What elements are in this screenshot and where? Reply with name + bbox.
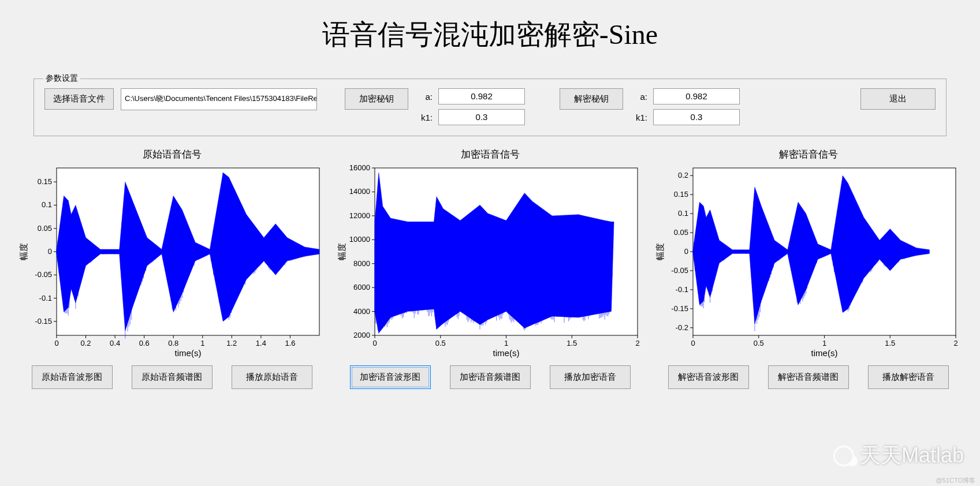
orig-waveform-button[interactable]: 原始语音波形图 <box>32 365 113 389</box>
enc-k1-label: k1: <box>415 113 433 122</box>
svg-text:1.5: 1.5 <box>567 339 577 347</box>
svg-text:0.1: 0.1 <box>42 200 52 209</box>
enc-play-button[interactable]: 播放加密语音 <box>550 365 631 389</box>
svg-text:0: 0 <box>691 339 695 347</box>
dec-k1-field[interactable]: 0.3 <box>653 109 740 125</box>
svg-text:4000: 4000 <box>353 307 370 316</box>
params-panel: 参数设置 选择语音文件 C:\Users\晓\Documents\Tencent… <box>33 78 947 136</box>
watermark: 天天Matlab <box>831 442 964 470</box>
svg-text:8000: 8000 <box>353 259 370 268</box>
svg-text:12000: 12000 <box>349 211 370 220</box>
svg-text:0.1: 0.1 <box>678 209 688 218</box>
svg-text:0: 0 <box>684 247 688 256</box>
choose-file-button[interactable]: 选择语音文件 <box>44 88 114 110</box>
enc-a-field[interactable]: 0.982 <box>438 88 525 104</box>
app-title: 语音信号混沌加密解密-Sine <box>0 0 980 61</box>
svg-text:-0.2: -0.2 <box>676 323 688 332</box>
svg-text:0.05: 0.05 <box>38 224 52 233</box>
svg-text:0.5: 0.5 <box>435 339 446 347</box>
svg-text:6000: 6000 <box>353 283 370 291</box>
svg-text:-0.15: -0.15 <box>35 317 52 326</box>
dec-play-button[interactable]: 播放解密语音 <box>868 365 949 389</box>
svg-text:0.2: 0.2 <box>81 339 91 347</box>
svg-text:1: 1 <box>200 339 204 347</box>
original-plot-panel: 原始语音信号 00.20.40.60.811.21.41.6-0.15-0.1-… <box>17 148 326 395</box>
orig-spectrum-button[interactable]: 原始语音频谱图 <box>132 365 213 389</box>
svg-text:time(s): time(s) <box>175 348 202 358</box>
svg-text:10000: 10000 <box>349 235 370 244</box>
svg-text:14000: 14000 <box>349 187 370 196</box>
svg-text:2: 2 <box>635 339 639 347</box>
svg-text:1.4: 1.4 <box>256 339 266 347</box>
svg-text:0: 0 <box>48 247 52 256</box>
exit-button[interactable]: 退出 <box>860 88 936 110</box>
enc-k1-field[interactable]: 0.3 <box>438 109 525 125</box>
svg-text:1: 1 <box>822 339 826 347</box>
svg-text:1.6: 1.6 <box>285 339 295 347</box>
svg-text:16000: 16000 <box>349 163 370 172</box>
svg-text:0.6: 0.6 <box>139 339 150 347</box>
svg-text:0.05: 0.05 <box>674 228 688 237</box>
encrypted-plot-axes: 00.511.522000400060008000100001200014000… <box>336 163 644 360</box>
footer-note: @51CTO博客 <box>936 476 975 485</box>
dec-spectrum-button[interactable]: 解密语音频谱图 <box>768 365 849 389</box>
enc-a-label: a: <box>415 92 433 102</box>
decrypted-plot-title: 解密语音信号 <box>654 148 963 161</box>
dec-a-label: a: <box>630 92 647 102</box>
dec-k1-label: k1: <box>630 113 647 122</box>
svg-text:0: 0 <box>54 339 58 347</box>
encrypted-plot-panel: 加密语音信号 00.511.52200040006000800010000120… <box>336 148 644 395</box>
svg-text:0.5: 0.5 <box>754 339 764 347</box>
decrypted-plot-panel: 解密语音信号 00.511.52-0.2-0.15-0.1-0.0500.050… <box>654 148 963 395</box>
svg-text:0.2: 0.2 <box>678 171 688 180</box>
svg-text:-0.05: -0.05 <box>35 270 52 279</box>
svg-text:1.5: 1.5 <box>885 339 895 347</box>
svg-text:0.4: 0.4 <box>110 339 120 347</box>
dec-waveform-button[interactable]: 解密语音波形图 <box>668 365 749 389</box>
svg-text:0.8: 0.8 <box>168 339 178 347</box>
encrypt-key-button[interactable]: 加密秘钥 <box>345 88 408 110</box>
svg-text:0: 0 <box>372 339 377 347</box>
original-plot-axes: 00.20.40.60.811.21.41.6-0.15-0.1-0.0500.… <box>17 163 326 360</box>
svg-text:1.2: 1.2 <box>226 339 237 347</box>
original-plot-title: 原始语音信号 <box>17 148 326 161</box>
orig-play-button[interactable]: 播放原始语音 <box>232 365 312 389</box>
decrypt-key-group: a: 0.982 k1: 0.3 <box>630 88 740 125</box>
svg-text:0.15: 0.15 <box>674 190 688 199</box>
params-legend: 参数设置 <box>43 73 80 84</box>
enc-spectrum-button[interactable]: 加密语音频谱图 <box>450 365 531 389</box>
decrypted-plot-axes: 00.511.52-0.2-0.15-0.1-0.0500.050.10.150… <box>654 163 963 360</box>
svg-text:time(s): time(s) <box>493 348 520 358</box>
svg-text:-0.15: -0.15 <box>671 304 688 313</box>
plots-row: 原始语音信号 00.20.40.60.811.21.41.6-0.15-0.1-… <box>0 142 980 395</box>
svg-text:2: 2 <box>953 339 957 347</box>
svg-text:time(s): time(s) <box>811 348 838 358</box>
encrypted-plot-title: 加密语音信号 <box>336 148 644 161</box>
enc-waveform-button[interactable]: 加密语音波形图 <box>350 365 431 389</box>
wechat-icon <box>831 443 856 469</box>
svg-text:幅度: 幅度 <box>337 243 346 260</box>
svg-text:-0.1: -0.1 <box>39 294 52 302</box>
svg-text:-0.05: -0.05 <box>671 266 688 275</box>
svg-text:0.15: 0.15 <box>38 177 52 186</box>
file-path-field[interactable]: C:\Users\晓\Documents\Tencent Files\15753… <box>121 88 317 110</box>
svg-text:-0.1: -0.1 <box>676 285 688 294</box>
svg-text:幅度: 幅度 <box>655 243 665 260</box>
watermark-text: 天天Matlab <box>860 442 964 470</box>
dec-a-field[interactable]: 0.982 <box>653 88 740 104</box>
svg-text:1: 1 <box>504 339 508 347</box>
decrypt-key-button[interactable]: 解密秘钥 <box>560 88 623 110</box>
svg-text:幅度: 幅度 <box>18 243 28 260</box>
encrypt-key-group: a: 0.982 k1: 0.3 <box>415 88 525 125</box>
svg-text:2000: 2000 <box>353 331 370 339</box>
